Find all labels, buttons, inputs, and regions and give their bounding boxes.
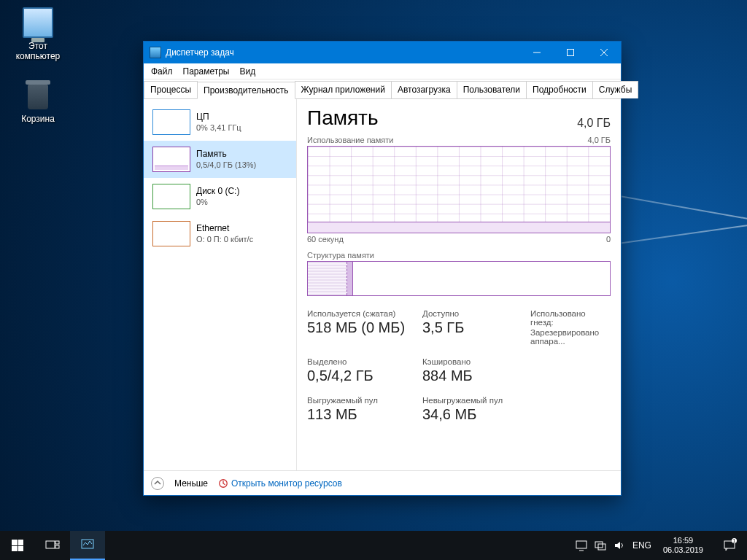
tray-volume-icon[interactable]: [614, 540, 625, 551]
svg-rect-4: [55, 545, 59, 548]
tab-app-history[interactable]: Журнал приложений: [295, 81, 392, 98]
sidebar-item-ethernet[interactable]: Ethernet О: 0 П: 0 кбит/с: [144, 215, 296, 252]
recycle-bin-icon: [23, 80, 53, 111]
taskbar: ENG 16:59 06.03.2019 1: [0, 531, 747, 560]
tab-details[interactable]: Подробности: [526, 81, 593, 98]
memory-structure-label: Структура памяти: [307, 251, 611, 260]
fewer-details-label: Меньше: [174, 478, 208, 489]
tray-network-icon[interactable]: [595, 540, 606, 551]
maximize-button[interactable]: [554, 42, 587, 63]
task-manager-icon: [150, 47, 161, 58]
tray-notifications-button[interactable]: 1: [715, 531, 744, 560]
cpu-thumb-icon: [152, 109, 190, 135]
fewer-details-button[interactable]: [151, 477, 164, 490]
stat-committed: Выделено 0,5/4,2 ГБ: [307, 357, 417, 384]
open-resource-monitor-link[interactable]: Открыть монитор ресурсов: [218, 478, 342, 489]
disk-thumb-icon: [152, 184, 190, 209]
sidebar-item-cpu[interactable]: ЦП 0% 3,41 ГГц: [144, 104, 296, 141]
sidebar-item-disk[interactable]: Диск 0 (C:) 0%: [144, 178, 296, 215]
sidebar-item-label: Диск 0 (C:): [196, 186, 239, 197]
menu-options[interactable]: Параметры: [183, 66, 230, 77]
detail-total: 4,0 ГБ: [577, 117, 611, 130]
tab-processes[interactable]: Процессы: [144, 81, 198, 98]
sidebar-item-sub: 0% 3,41 ГГц: [196, 122, 241, 133]
chart-x-right: 0: [606, 235, 611, 244]
memory-structure-chart: [307, 261, 611, 296]
notification-badge: 1: [732, 538, 737, 543]
task-manager-window: Диспетчер задач Файл Параметры Вид Проце…: [143, 41, 622, 496]
tray-clock[interactable]: 16:59 06.03.2019: [659, 536, 708, 555]
sidebar-item-label: Память: [196, 149, 256, 160]
stat-available: Доступно 3,5 ГБ: [422, 309, 525, 346]
computer-icon: [23, 7, 53, 38]
svg-rect-7: [595, 542, 603, 548]
start-button[interactable]: [0, 531, 35, 560]
stat-slots: Использовано гнезд: Зарезервировано аппа…: [530, 309, 611, 346]
window-title: Диспетчер задач: [166, 47, 520, 58]
windows-logo-icon: [12, 540, 23, 551]
detail-title: Память: [307, 106, 379, 130]
performance-sidebar: ЦП 0% 3,41 ГГц Память 0,5/4,0 ГБ (13%) Д…: [144, 99, 297, 470]
stat-cached: Кэшировано 884 МБ: [422, 357, 611, 384]
menu-view[interactable]: Вид: [239, 66, 255, 77]
stat-used: Используется (сжатая) 518 МБ (0 МБ): [307, 309, 417, 346]
sidebar-item-label: Ethernet: [196, 223, 253, 234]
memory-usage-chart: [307, 146, 611, 233]
menubar: Файл Параметры Вид: [144, 63, 621, 79]
memory-thumb-icon: [152, 147, 190, 172]
stat-nonpaged-pool: Невыгружаемый пул 34,6 МБ: [422, 396, 611, 423]
tray-language[interactable]: ENG: [632, 540, 651, 551]
svg-rect-2: [46, 541, 55, 548]
tab-performance[interactable]: Производительность: [197, 82, 295, 99]
svg-rect-6: [576, 541, 587, 548]
stat-paged-pool: Выгружаемый пул 113 МБ: [307, 396, 417, 423]
task-view-button[interactable]: [35, 531, 70, 560]
desktop-icon-recycle-bin[interactable]: Корзина: [10, 80, 66, 124]
close-button[interactable]: [587, 42, 621, 63]
tab-users[interactable]: Пользователи: [457, 81, 527, 98]
sidebar-item-sub: 0%: [196, 197, 239, 208]
chart-usage-label: Использование памяти: [307, 136, 393, 144]
svg-rect-8: [598, 544, 605, 550]
ethernet-thumb-icon: [152, 221, 190, 246]
chart-usage-max: 4,0 ГБ: [587, 136, 611, 144]
taskbar-app-task-manager[interactable]: [70, 531, 105, 560]
sidebar-item-sub: О: 0 П: 0 кбит/с: [196, 234, 253, 245]
minimize-button[interactable]: [520, 42, 554, 63]
performance-detail: Память 4,0 ГБ Использование памяти 4,0 Г…: [297, 99, 621, 470]
tray-monitor-icon[interactable]: [576, 540, 587, 551]
tab-services[interactable]: Службы: [592, 81, 638, 98]
tabbar: Процессы Производительность Журнал прило…: [144, 79, 621, 99]
desktop-icon-label: Корзина: [10, 114, 66, 124]
menu-file[interactable]: Файл: [151, 66, 173, 77]
desktop-icon-this-pc[interactable]: Этот компьютер: [10, 7, 66, 61]
sidebar-item-memory[interactable]: Память 0,5/4,0 ГБ (13%): [144, 141, 296, 178]
desktop-icon-label: Этот компьютер: [10, 41, 66, 61]
tab-startup[interactable]: Автозагрузка: [391, 81, 457, 98]
svg-rect-0: [568, 50, 574, 56]
sidebar-item-label: ЦП: [196, 112, 241, 122]
svg-rect-3: [55, 541, 59, 544]
chart-x-left: 60 секунд: [307, 235, 344, 244]
titlebar[interactable]: Диспетчер задач: [144, 42, 621, 63]
sidebar-item-sub: 0,5/4,0 ГБ (13%): [196, 160, 256, 171]
